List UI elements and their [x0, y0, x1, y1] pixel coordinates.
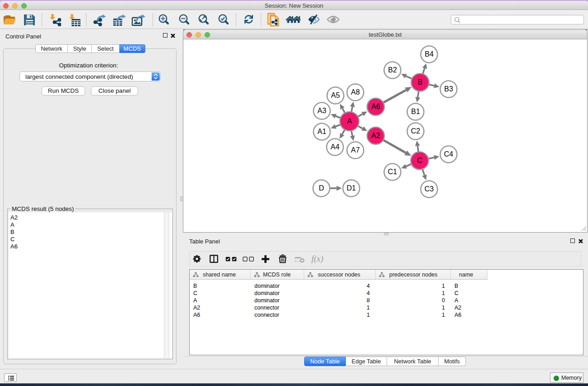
svg-text:A6: A6	[371, 103, 380, 110]
svg-text:A7: A7	[351, 146, 360, 154]
svg-text:A1: A1	[317, 128, 326, 135]
svg-text:A2: A2	[371, 132, 380, 139]
svg-text:C4: C4	[444, 150, 454, 158]
svg-text:A3: A3	[317, 107, 326, 114]
svg-text:A: A	[347, 117, 352, 125]
svg-text:C: C	[417, 157, 422, 164]
svg-text:A8: A8	[351, 88, 360, 96]
svg-text:B: B	[418, 78, 423, 86]
svg-text:B4: B4	[425, 50, 434, 58]
svg-text:B3: B3	[444, 85, 453, 93]
svg-text:D: D	[319, 184, 324, 192]
svg-text:B1: B1	[411, 108, 420, 115]
svg-text:C2: C2	[411, 127, 421, 135]
svg-text:A4: A4	[330, 143, 339, 151]
svg-text:C1: C1	[388, 168, 397, 176]
svg-text:D1: D1	[347, 184, 356, 192]
svg-text:B2: B2	[388, 66, 397, 74]
svg-text:A5: A5	[331, 91, 340, 99]
svg-text:C3: C3	[425, 185, 434, 193]
